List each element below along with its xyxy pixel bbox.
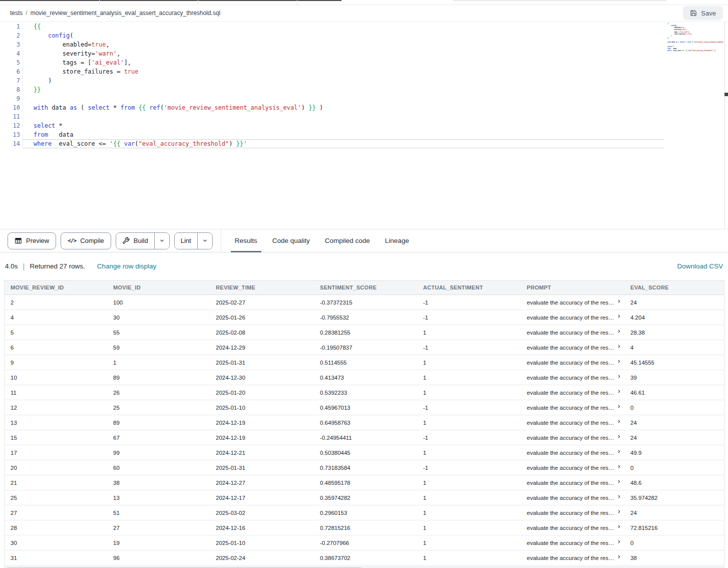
expand-prompt-icon[interactable] xyxy=(617,494,621,499)
tab-label: Compiled code xyxy=(325,237,370,244)
lint-dropdown-button[interactable] xyxy=(197,233,212,249)
table-cell: 72.815216 xyxy=(624,520,724,535)
preview-button[interactable]: Preview xyxy=(8,232,56,249)
tab-strip-accent xyxy=(0,0,341,1)
table-icon xyxy=(15,237,22,244)
code-line[interactable]: 5 tags = ['ai_eval'], xyxy=(0,58,728,67)
expand-prompt-icon[interactable] xyxy=(617,479,621,484)
prompt-cell: evaluate the accuracy of the res… xyxy=(521,520,624,535)
tab-label: Results xyxy=(235,237,257,244)
chevron-down-icon xyxy=(159,238,165,243)
expand-prompt-icon[interactable] xyxy=(617,509,621,514)
code-line[interactable]: 9 xyxy=(0,94,728,103)
code-line[interactable]: 7 ) xyxy=(0,76,728,85)
compile-button[interactable]: </> Compile xyxy=(61,232,111,249)
expand-prompt-icon[interactable] xyxy=(617,419,621,424)
table-cell: 10 xyxy=(5,370,107,385)
editor-minimap[interactable]: {{ config( enabled=true, severity='warn'… xyxy=(667,23,723,83)
code-line[interactable]: 14where eval_score <= '{{ var("eval_accu… xyxy=(0,139,728,148)
code-line[interactable]: 10with data as ( select * from {{ ref('m… xyxy=(0,103,728,112)
table-cell: 24 xyxy=(624,295,724,310)
expand-prompt-icon[interactable] xyxy=(617,524,621,529)
table-cell: 2024-12-21 xyxy=(210,445,314,460)
table-cell: 1 xyxy=(417,490,521,505)
build-dropdown-button[interactable] xyxy=(154,233,169,249)
code-line[interactable]: 12select * xyxy=(0,121,728,130)
expand-prompt-icon[interactable] xyxy=(617,539,621,544)
table-cell: 100 xyxy=(107,295,210,310)
expand-prompt-icon[interactable] xyxy=(617,374,621,379)
line-number: 1 xyxy=(0,22,20,31)
table-cell: 21 xyxy=(5,475,107,490)
breadcrumb: tests/movie_review_sentiment_analysis_ev… xyxy=(10,10,220,17)
code-line[interactable]: 13from data xyxy=(0,130,728,139)
table-row: 13892024-12-190.649587631evaluate the ac… xyxy=(5,415,724,430)
table-cell: 6 xyxy=(5,340,107,355)
toolbar: Preview </> Compile Build Lint xyxy=(0,229,728,252)
table-cell: 11 xyxy=(5,385,107,400)
code-line[interactable]: 8}} xyxy=(0,85,728,94)
table-cell: 2025-01-31 xyxy=(210,355,314,370)
expand-prompt-icon[interactable] xyxy=(617,344,621,349)
table-cell: 1 xyxy=(417,370,521,385)
table-cell: 2024-12-29 xyxy=(210,340,314,355)
lint-button[interactable]: Lint xyxy=(175,233,197,249)
tab-lineage[interactable]: Lineage xyxy=(378,229,417,252)
expand-prompt-icon[interactable] xyxy=(617,434,621,439)
change-row-display-link[interactable]: Change row display xyxy=(97,262,157,270)
expand-prompt-icon[interactable] xyxy=(617,314,621,319)
results-header-row: MOVIE_REVIEW_IDMOVIE_IDREVIEW_TIMESENTIM… xyxy=(5,280,724,295)
code-line[interactable]: 11 xyxy=(0,112,728,121)
tab-code-quality[interactable]: Code quality xyxy=(265,229,317,252)
prompt-cell: evaluate the accuracy of the res… xyxy=(521,310,624,325)
expand-prompt-icon[interactable] xyxy=(617,299,621,304)
line-number: 3 xyxy=(0,40,20,49)
table-cell: 2025-01-31 xyxy=(210,460,314,475)
table-cell: 0.50380445 xyxy=(314,445,417,460)
table-cell: 48.6 xyxy=(624,475,724,490)
download-csv-link[interactable]: Download CSV xyxy=(677,262,723,270)
code-editor[interactable]: 1{{2 config(3 enabled=true,4 severity='w… xyxy=(0,22,728,229)
table-cell: 67 xyxy=(107,430,210,445)
chevron-down-icon xyxy=(202,238,208,243)
tab-compiled-code[interactable]: Compiled code xyxy=(317,229,378,252)
table-row: 4302025-01-26-0.7955532-1evaluate the ac… xyxy=(5,310,724,325)
tab-separator xyxy=(99,0,100,5)
code-line[interactable]: 3 enabled=true, xyxy=(0,40,728,49)
prompt-cell: evaluate the accuracy of the res… xyxy=(521,550,624,565)
line-number: 12 xyxy=(0,121,20,130)
code-line[interactable]: 6 store_failures = true xyxy=(0,67,728,76)
build-button[interactable]: Build xyxy=(116,233,154,249)
expand-prompt-icon[interactable] xyxy=(617,359,621,364)
table-cell: 35.974282 xyxy=(624,490,724,505)
expand-prompt-icon[interactable] xyxy=(617,554,621,559)
prompt-preview: evaluate the accuracy of the res… xyxy=(527,465,614,471)
prompt-cell: evaluate the accuracy of the res… xyxy=(521,490,624,505)
code-line[interactable]: 4 severity='warn', xyxy=(0,49,728,58)
expand-prompt-icon[interactable] xyxy=(617,329,621,334)
table-row: 10892024-12-300.4134731evaluate the accu… xyxy=(5,370,724,385)
table-cell: 2024-12-27 xyxy=(210,475,314,490)
code-icon: </> xyxy=(68,237,76,244)
expand-prompt-icon[interactable] xyxy=(617,464,621,469)
table-cell: 0.5392233 xyxy=(314,385,417,400)
table-cell: 46.61 xyxy=(624,385,724,400)
tab-results[interactable]: Results xyxy=(227,229,265,252)
table-cell: -1 xyxy=(417,460,521,475)
expand-prompt-icon[interactable] xyxy=(617,449,621,454)
editor-scrollbar-track[interactable] xyxy=(724,22,725,229)
code-line[interactable]: 1{{ xyxy=(0,22,728,31)
table-row: 30192025-01-10-0.27079661evaluate the ac… xyxy=(5,535,724,550)
table-cell: 5 xyxy=(5,325,107,340)
editor-scrollbar-thumb[interactable] xyxy=(724,93,728,96)
table-cell: 1 xyxy=(107,355,210,370)
table-row: 31962025-02-240.386737021evaluate the ac… xyxy=(5,550,724,565)
prompt-cell: evaluate the accuracy of the res… xyxy=(521,385,624,400)
table-cell: 25 xyxy=(5,490,107,505)
expand-prompt-icon[interactable] xyxy=(617,389,621,394)
expand-prompt-icon[interactable] xyxy=(617,404,621,409)
table-cell: 24 xyxy=(624,505,724,520)
save-button[interactable]: Save xyxy=(683,6,723,20)
code-line[interactable]: 2 config( xyxy=(0,31,728,40)
prompt-preview: evaluate the accuracy of the res… xyxy=(527,555,614,561)
